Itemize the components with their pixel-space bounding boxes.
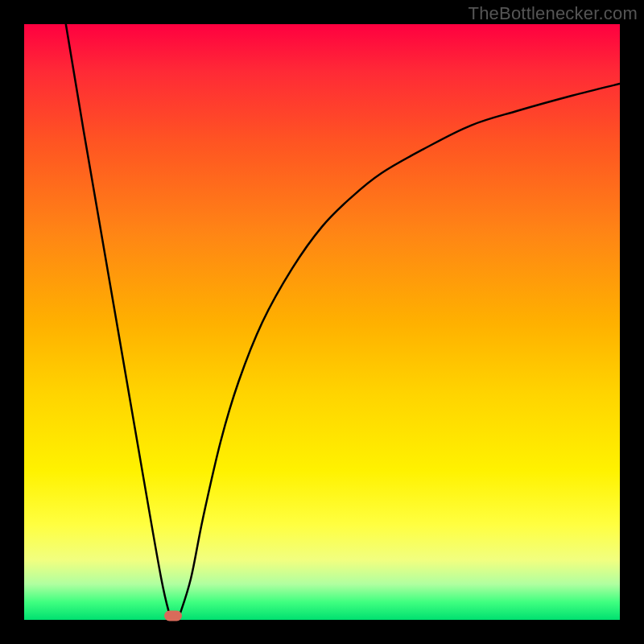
plot-area — [24, 24, 620, 620]
bottleneck-curve — [24, 24, 620, 620]
watermark-text: TheBottlenecker.com — [469, 3, 638, 24]
optimal-point-marker — [164, 610, 182, 621]
chart-frame: TheBottlenecker.com — [0, 0, 644, 644]
